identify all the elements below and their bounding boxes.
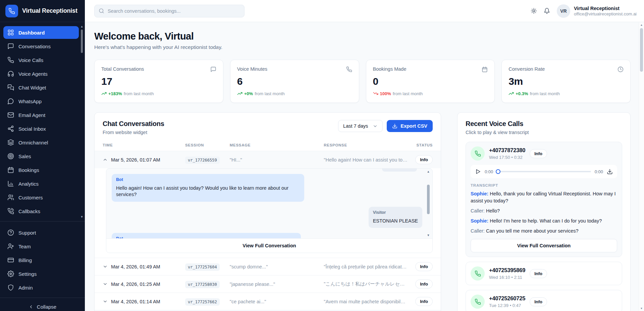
search-box[interactable] (94, 5, 245, 17)
sidebar-nav: Dashboard Conversations Voice Calls Voic… (0, 22, 85, 221)
scroll-down-icon[interactable]: ▼ (80, 215, 84, 219)
download-icon[interactable] (607, 169, 613, 175)
sidebar-item-voice-agents[interactable]: Voice Agents (3, 67, 79, 80)
download-icon (392, 123, 397, 129)
info-button[interactable]: Info (415, 155, 433, 164)
sidebar-item-social-inbox[interactable]: Social Inbox (3, 122, 79, 135)
speaker-label: Caller: (471, 208, 485, 213)
sidebar-item-conversations[interactable]: Conversations (3, 40, 79, 53)
collapse-sidebar-button[interactable]: Collapse (0, 298, 85, 311)
chevron-down-icon[interactable] (103, 299, 108, 304)
chevron-left-icon (29, 304, 34, 309)
sidebar-item-callbacks[interactable]: Callbacks (3, 205, 79, 217)
chevron-down-icon[interactable] (103, 264, 108, 269)
theme-toggle-button[interactable] (531, 8, 537, 14)
row-message: "ce pachete ai..." (230, 299, 320, 304)
sidebar-item-label: Admin (18, 285, 33, 291)
play-icon[interactable] (475, 169, 481, 175)
sidebar-item-analytics[interactable]: Analytics (3, 177, 79, 190)
sidebar-item-chat-widget[interactable]: Chat Widget (3, 81, 79, 94)
sidebar-item-label: Chat Widget (18, 85, 46, 90)
info-button[interactable]: Info (415, 297, 433, 306)
sidebar: Virtual Receptionist Dashboard Conversat… (0, 0, 85, 311)
sidebar-item-dashboard[interactable]: Dashboard (3, 26, 79, 39)
voice-call-card[interactable]: +40737872380 Wed 17:50 • 0:32 Info 0:00 … (466, 142, 622, 257)
scroll-up-icon[interactable]: ▲ (639, 22, 644, 27)
view-full-conversation-button[interactable]: View Full Conversation (106, 238, 432, 253)
speaker-label: Caller: (471, 228, 485, 234)
scroll-up-icon[interactable]: ▲ (427, 170, 430, 173)
stat-trend-value: +0% (244, 91, 253, 96)
bell-icon (544, 8, 550, 14)
sidebar-item-voice-calls[interactable]: Voice Calls (3, 54, 79, 66)
whatsapp-icon (7, 98, 14, 105)
info-button[interactable]: Info (415, 262, 433, 271)
current-time: 0:00 (485, 169, 493, 174)
sidebar-item-label: Support (18, 230, 36, 236)
sidebar-item-billing[interactable]: Billing (3, 254, 79, 266)
avatar: VR (557, 4, 570, 18)
voice-call-card[interactable]: +40725260725 Tue 12:39 • 0:47 Info (466, 290, 622, 311)
scroll-up-icon[interactable]: ▲ (80, 25, 84, 28)
export-csv-button[interactable]: Export CSV (387, 120, 433, 132)
notifications-button[interactable] (544, 8, 550, 14)
email-icon (7, 112, 14, 118)
transcript-line: Sophie: Hello! I'm here to help. What ca… (471, 217, 617, 225)
slider-knob[interactable] (496, 169, 500, 174)
seek-slider[interactable] (497, 171, 591, 172)
gear-icon (7, 270, 14, 277)
voice-agents-icon (7, 70, 14, 77)
calendar-icon (7, 167, 14, 173)
search-input[interactable] (108, 8, 240, 14)
sidebar-item-admin[interactable]: Admin (3, 281, 79, 294)
transcript-text: Hello? (486, 208, 500, 213)
sidebar-scrollbar[interactable]: ▲ ▼ (80, 25, 84, 219)
sidebar-item-customers[interactable]: Customers (3, 191, 79, 204)
scroll-down-icon[interactable]: ▼ (639, 306, 644, 311)
topbar: VR Virtual Receptionist office@virtualre… (85, 0, 644, 22)
trending-up-icon (101, 91, 107, 96)
trending-up-icon (237, 91, 243, 96)
table-row[interactable]: Mar 4, 2026, 01:14 AM vr_177257662 "ce p… (95, 293, 441, 310)
info-button[interactable]: Info (530, 269, 547, 278)
view-full-conversation-button[interactable]: View Full Conversation (471, 239, 617, 252)
sidebar-item-label: Callbacks (18, 208, 40, 214)
collapse-label: Collapse (37, 304, 56, 310)
user-menu[interactable]: VR Virtual Receptionist office@virtualre… (557, 4, 637, 18)
call-number: +40737872380 (489, 147, 525, 153)
table-row[interactable]: Mar 4, 2026, 01:25 AM vr_177258030 "japa… (95, 275, 441, 293)
info-button[interactable]: Info (530, 297, 547, 306)
users-icon (7, 194, 14, 201)
total-time: 0:00 (595, 169, 603, 174)
sidebar-item-whatsapp[interactable]: WhatsApp (3, 95, 79, 108)
sidebar-item-sales[interactable]: Sales (3, 150, 79, 163)
info-button[interactable]: Info (415, 279, 433, 289)
messages-scrollbar[interactable]: ▲ ▼ (426, 170, 430, 237)
scroll-down-icon[interactable]: ▼ (427, 234, 430, 237)
phone-call-icon (471, 146, 485, 161)
scrollbar-thumb[interactable] (427, 185, 430, 214)
page-scrollbar[interactable]: ▲ ▼ (639, 22, 644, 311)
scrollbar-thumb[interactable] (81, 29, 83, 53)
table-row[interactable]: Mar 4, 2026, 01:49 AM vr_177257604 "scum… (95, 258, 441, 275)
info-button[interactable]: Info (530, 149, 547, 158)
sidebar-item-settings[interactable]: Settings (3, 267, 79, 280)
phone-icon (346, 66, 352, 72)
sidebar-item-email-agent[interactable]: Email Agent (3, 109, 79, 121)
sidebar-item-omnichannel[interactable]: Omnichannel (3, 136, 79, 149)
sidebar-item-support[interactable]: Support (3, 226, 79, 239)
message-icon (210, 66, 216, 72)
sidebar-item-bookings[interactable]: Bookings (3, 164, 79, 176)
chevron-up-icon[interactable] (103, 157, 108, 162)
session-badge: vr_177258030 (185, 281, 220, 288)
stat-trend-value: +183% (108, 91, 122, 96)
table-row[interactable]: Mar 5, 2026, 01:07 AM vr_177266559 "HI..… (95, 151, 441, 168)
voice-call-card[interactable]: +40725395869 Wed 16:10 • 2:11 Info (466, 262, 622, 285)
stat-value: 17 (101, 76, 216, 87)
topbar-right: VR Virtual Receptionist office@virtualre… (531, 4, 637, 18)
scrollbar-thumb[interactable] (640, 28, 643, 72)
sidebar-item-label: Conversations (18, 44, 51, 49)
sidebar-item-team[interactable]: Team (3, 240, 79, 253)
date-range-select[interactable]: Last 7 days (338, 120, 383, 132)
chevron-down-icon[interactable] (103, 282, 108, 287)
